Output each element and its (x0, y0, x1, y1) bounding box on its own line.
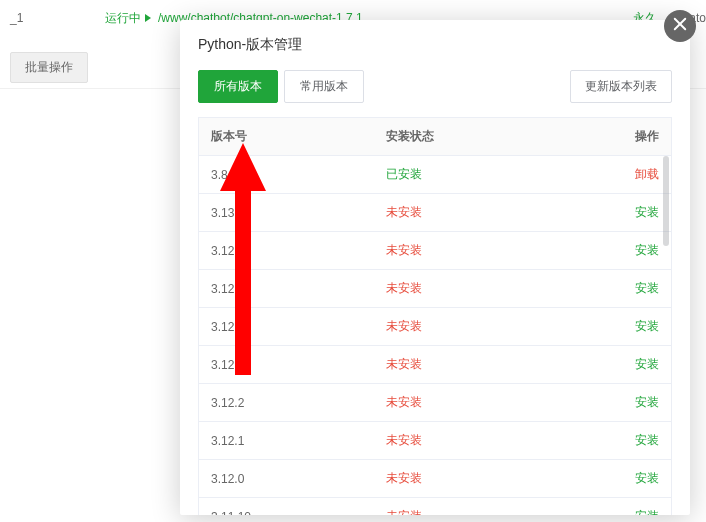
header-status: 安装状态 (374, 118, 611, 155)
refresh-version-list-button[interactable]: 更新版本列表 (570, 70, 672, 103)
scrollbar-thumb[interactable] (663, 156, 669, 246)
table-row: 3.12.3未安装安装 (199, 346, 671, 384)
status-cell: 已安装 (374, 156, 611, 193)
table-row: 3.12.2未安装安装 (199, 384, 671, 422)
play-icon (145, 14, 151, 22)
status-cell: 未安装 (374, 498, 611, 515)
install-link[interactable]: 安装 (611, 498, 671, 515)
status-cell: 未安装 (374, 232, 611, 269)
install-link[interactable]: 安装 (611, 232, 671, 269)
version-cell: 3.12.3 (199, 346, 374, 383)
install-link[interactable]: 安装 (611, 270, 671, 307)
table-row: 3.12.6未安装安装 (199, 232, 671, 270)
modal-toolbar: 所有版本 常用版本 更新版本列表 (180, 70, 690, 117)
batch-operation-button[interactable]: 批量操作 (10, 52, 88, 83)
header-action: 操作 (611, 118, 671, 155)
status-cell: 未安装 (374, 194, 611, 231)
version-cell: 3.12.4 (199, 308, 374, 345)
status-cell: 未安装 (374, 460, 611, 497)
table-row: 3.12.4未安装安装 (199, 308, 671, 346)
tab-all-versions[interactable]: 所有版本 (198, 70, 278, 103)
table-row: 3.12.5未安装安装 (199, 270, 671, 308)
modal-title: Python-版本管理 (180, 20, 690, 70)
status-cell: 未安装 (374, 270, 611, 307)
table-row: 3.11.10未安装安装 (199, 498, 671, 515)
version-cell: 3.12.6 (199, 232, 374, 269)
table-row: 3.12.0未安装安装 (199, 460, 671, 498)
scrollbar-track[interactable] (663, 156, 669, 511)
table-header: 版本号 安装状态 操作 (199, 118, 671, 156)
install-link[interactable]: 安装 (611, 308, 671, 345)
process-status: 运行中 (105, 10, 151, 27)
table-row: 3.8.19已安装卸载 (199, 156, 671, 194)
install-link[interactable]: 安装 (611, 422, 671, 459)
modal-close-button[interactable] (664, 10, 696, 42)
version-cell: 3.12.5 (199, 270, 374, 307)
install-link[interactable]: 安装 (611, 194, 671, 231)
status-cell: 未安装 (374, 346, 611, 383)
status-cell: 未安装 (374, 308, 611, 345)
status-cell: 未安装 (374, 422, 611, 459)
version-cell: 3.12.0 (199, 460, 374, 497)
version-table: 版本号 安装状态 操作 3.8.19已安装卸载3.13.0未安装安装3.12.6… (198, 117, 672, 515)
version-cell: 3.13.0 (199, 194, 374, 231)
table-row: 3.13.0未安装安装 (199, 194, 671, 232)
version-cell: 3.12.1 (199, 422, 374, 459)
install-link[interactable]: 安装 (611, 346, 671, 383)
install-link[interactable]: 安装 (611, 384, 671, 421)
header-version: 版本号 (199, 118, 374, 155)
version-cell: 3.8.19 (199, 156, 374, 193)
table-row: 3.12.1未安装安装 (199, 422, 671, 460)
tab-common-versions[interactable]: 常用版本 (284, 70, 364, 103)
version-cell: 3.12.2 (199, 384, 374, 421)
uninstall-link[interactable]: 卸载 (611, 156, 671, 193)
process-name: _1 (10, 11, 23, 25)
tab-group: 所有版本 常用版本 (198, 70, 364, 103)
version-cell: 3.11.10 (199, 498, 374, 515)
status-cell: 未安装 (374, 384, 611, 421)
install-link[interactable]: 安装 (611, 460, 671, 497)
python-version-modal: Python-版本管理 所有版本 常用版本 更新版本列表 版本号 安装状态 操作… (180, 20, 690, 515)
close-icon (671, 15, 689, 37)
